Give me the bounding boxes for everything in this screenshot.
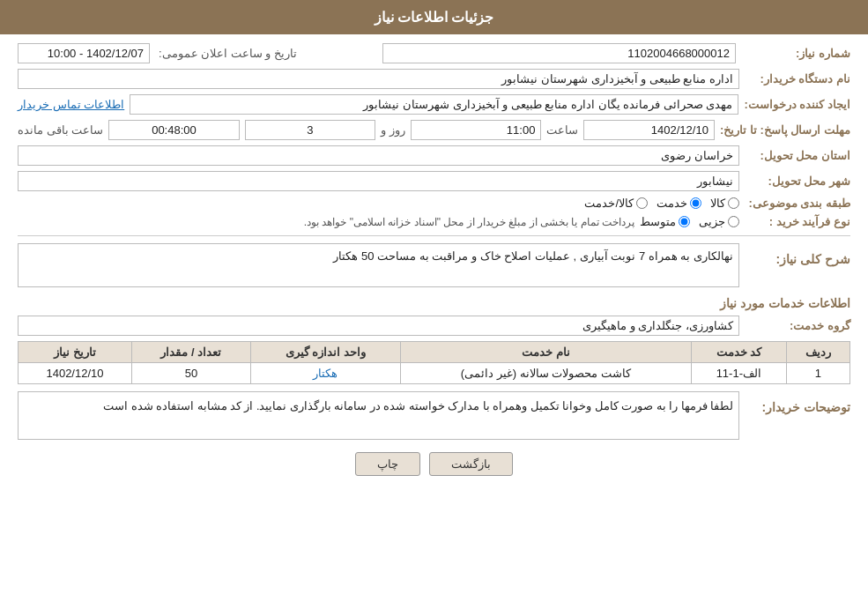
divider1: [18, 235, 850, 236]
top-info-row: شماره نیاز: 1102004668000012 تاریخ و ساع…: [18, 43, 850, 63]
tavzihat-section: توضیحات خریدار: لطفا فرمها را به صورت کا…: [18, 391, 850, 440]
tabaqe-option-khedmat[interactable]: خدمت: [657, 197, 701, 210]
cell-vahed: هکتار: [250, 363, 400, 384]
mohlat-saeat-label: ساعت: [546, 123, 578, 137]
mohlat-time: 11:00: [411, 120, 542, 140]
noe-label: نوع فرآیند خرید :: [745, 215, 850, 228]
goroh-value: کشاورزی، جنگلداری و ماهیگیری: [18, 316, 739, 336]
sharh-section: شرح کلی نیاز: نهالکاری به همراه 7 نوبت آ…: [18, 243, 850, 287]
col-tarikh: تاریخ نیاز: [19, 342, 132, 363]
tabaqe-label-kala: کالا: [710, 197, 725, 210]
noe-radio-group: جزیی متوسط: [640, 215, 739, 228]
col-vahed: واحد اندازه گیری: [250, 342, 400, 363]
mohlat-label: مهلت ارسال پاسخ: تا تاریخ:: [720, 123, 850, 137]
mohlat-date: 1402/12/10: [583, 120, 715, 140]
nam-dastgah-label: نام دستگاه خریدار:: [745, 72, 850, 85]
tabaqe-radio-khedmat[interactable]: [690, 197, 701, 209]
noe-radio-motavaset[interactable]: [679, 216, 690, 227]
bazgasht-button[interactable]: بازگشت: [429, 452, 513, 476]
nam-dastgah-value: اداره منابع طبیعی و آبخیزداری شهرستان نی…: [18, 69, 739, 89]
col-tedad: تعداد / مقدار: [131, 342, 250, 363]
tabaqe-row: طبقه بندی موضوعی: کالا خدمت کالا/خدمت: [18, 197, 850, 210]
tabaqe-radio-group: کالا خدمت کالا/خدمت: [584, 197, 739, 210]
tavzihat-value: لطفا فرمها را به صورت کامل وخوانا تکمیل …: [18, 391, 739, 440]
tavzihat-label: توضیحات خریدار:: [745, 400, 850, 414]
goroh-label: گروه خدمت:: [745, 319, 850, 332]
shahr-row: شهر محل تحویل: نیشابور: [18, 171, 850, 191]
shahr-value: نیشابور: [18, 171, 739, 191]
tabaqe-label-khedmat: خدمت: [657, 197, 687, 210]
tarikh-value: 1402/12/07 - 10:00: [18, 43, 150, 63]
sharh-value: نهالکاری به همراه 7 نوبت آبیاری , عملیات…: [18, 243, 739, 287]
noe-option-jozi[interactable]: جزیی: [699, 215, 739, 228]
ijad-value: مهدی صحرائی فرمانده یگان اداره منابع طبی…: [130, 94, 738, 115]
cell-radif: 1: [786, 363, 849, 384]
col-nam: نام خدمت: [400, 342, 691, 363]
col-radif: ردیف: [786, 342, 849, 363]
nam-dastgah-row: نام دستگاه خریدار: اداره منابع طبیعی و آ…: [18, 69, 850, 89]
cell-tedad: 50: [131, 363, 250, 384]
col-kod: کد خدمت: [691, 342, 786, 363]
page-title: جزئیات اطلاعات نیاز: [375, 10, 494, 25]
noe-label-jozi: جزیی: [699, 215, 725, 228]
sharh-label: شرح کلی نیاز:: [745, 252, 850, 266]
mohlat-days: 3: [245, 120, 376, 140]
tabaqe-label-kala-khedmat: کالا/خدمت: [584, 197, 634, 210]
shmare-niyaz-label: شماره نیاز:: [745, 47, 850, 60]
khadamat-section: اطلاعات خدمات مورد نیاز گروه خدمت: کشاور…: [18, 296, 850, 384]
chap-button[interactable]: چاپ: [355, 452, 420, 476]
ostan-label: استان محل تحویل:: [745, 149, 850, 162]
ijad-label: ایجاد کننده درخواست:: [744, 98, 850, 111]
table-row: 1 الف-1-11 کاشت محصولات سالانه (غیر دائم…: [19, 363, 850, 384]
khadamat-title: اطلاعات خدمات مورد نیاز: [18, 296, 850, 310]
page-header: جزئیات اطلاعات نیاز: [0, 0, 868, 34]
noe-label-motavaset: متوسط: [640, 215, 676, 228]
tabaqe-radio-kala-khedmat[interactable]: [636, 197, 648, 209]
cell-tarikh: 1402/12/10: [19, 363, 132, 384]
content-area: شماره نیاز: 1102004668000012 تاریخ و ساع…: [0, 34, 868, 485]
mohlat-rooz-label: روز و: [381, 123, 405, 137]
cell-nam: کاشت محصولات سالانه (غیر دائمی): [400, 363, 691, 384]
buttons-row: بازگشت چاپ: [18, 452, 850, 476]
tarikh-label: تاریخ و ساعت اعلان عمومی:: [159, 47, 297, 60]
goroh-row: گروه خدمت: کشاورزی، جنگلداری و ماهیگیری: [18, 316, 850, 336]
ijad-link[interactable]: اطلاعات تماس خریدار: [18, 98, 124, 111]
page-wrapper: جزئیات اطلاعات نیاز شماره نیاز: 11020046…: [0, 0, 868, 609]
noe-radio-jozi[interactable]: [728, 216, 739, 227]
noe-extra-text: پرداخت تمام یا بخشی از مبلغ خریدار از مح…: [304, 216, 634, 228]
tabaqe-option-kala-khedmat[interactable]: کالا/خدمت: [584, 197, 648, 210]
noe-option-motavaset[interactable]: متوسط: [640, 215, 690, 228]
noe-farayand-row: نوع فرآیند خرید : جزیی متوسط پرداخت تمام…: [18, 215, 850, 228]
ijad-row: ایجاد کننده درخواست: مهدی صحرائی فرمانده…: [18, 94, 850, 115]
ostan-row: استان محل تحویل: خراسان رضوی: [18, 145, 850, 166]
ostan-value: خراسان رضوی: [18, 145, 739, 166]
tabaqe-option-kala[interactable]: کالا: [710, 197, 739, 210]
khadamat-table: ردیف کد خدمت نام خدمت واحد اندازه گیری ت…: [18, 341, 850, 384]
mohlat-row: مهلت ارسال پاسخ: تا تاریخ: 1402/12/10 سا…: [18, 120, 850, 140]
shmare-niyaz-value: 1102004668000012: [382, 43, 736, 63]
cell-kod: الف-1-11: [691, 363, 786, 384]
shahr-label: شهر محل تحویل:: [745, 175, 850, 188]
mohlat-baqi-label: ساعت باقی مانده: [18, 123, 103, 137]
tabaqe-label: طبقه بندی موضوعی:: [745, 197, 850, 210]
mohlat-countdown: 00:48:00: [108, 120, 240, 140]
tabaqe-radio-kala[interactable]: [728, 197, 739, 209]
